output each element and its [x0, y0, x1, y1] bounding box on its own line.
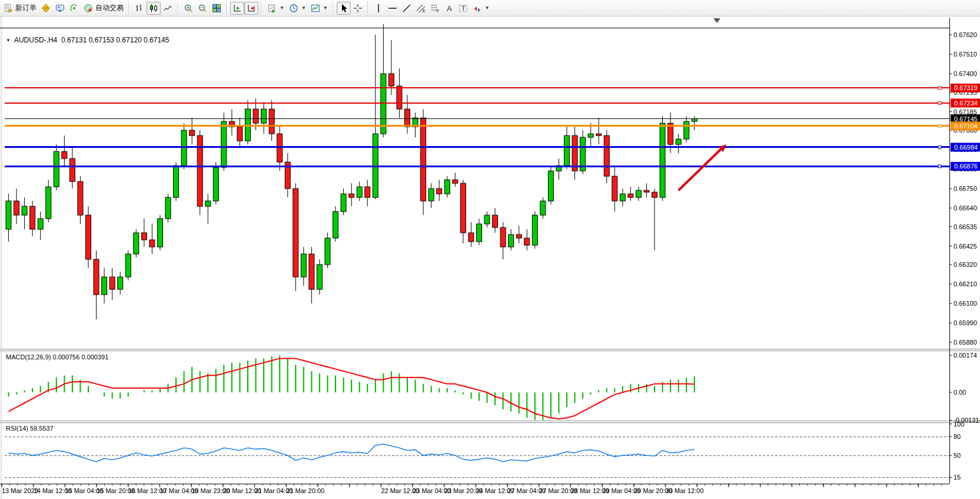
chart-ohlc-text: AUDUSD-,H4 0.67131 0.67153 0.67120 0.671… — [14, 36, 170, 44]
arrows-icon — [473, 4, 482, 13]
chart-shift-button[interactable] — [244, 2, 258, 15]
candle-body — [692, 119, 697, 122]
resistance-line-1-handle[interactable] — [938, 87, 941, 90]
candlestick-button[interactable] — [147, 2, 161, 15]
equidistant-channel-button[interactable]: E — [414, 2, 428, 15]
zoom-out-button[interactable] — [195, 2, 210, 15]
macd-indicator-label: MACD(12,26,9) 0.000756 0.000391 — [6, 353, 108, 361]
pivot-line-handle[interactable] — [938, 124, 941, 127]
price-tick-label: 0.66320 — [954, 261, 977, 268]
candle-body — [628, 194, 633, 197]
candle-body — [500, 227, 506, 247]
resistance-line-2-handle[interactable] — [938, 101, 941, 104]
fibonacci-button[interactable]: F — [428, 2, 442, 15]
profile-button[interactable] — [53, 2, 67, 15]
templates-button[interactable]: ▼ — [308, 2, 330, 15]
candle-body — [157, 219, 162, 247]
window-menu-icon[interactable]: ▼ — [6, 38, 11, 43]
candle-body — [676, 139, 681, 144]
svg-text:E: E — [423, 9, 426, 13]
support-line-2-handle[interactable] — [938, 165, 941, 168]
candle-body — [652, 192, 657, 197]
support-line-1-handle[interactable] — [938, 146, 941, 148]
periods-button[interactable]: ▼ — [287, 2, 308, 15]
candle-body — [78, 181, 83, 215]
candle-body — [150, 240, 155, 247]
candle-body — [620, 194, 625, 201]
candle-body — [405, 109, 410, 127]
horizontal-line-button[interactable] — [386, 2, 400, 15]
zoom-in-button[interactable] — [181, 2, 195, 15]
candle-body — [660, 123, 665, 197]
bid-price-line-badge-label: 0.67145 — [954, 115, 978, 123]
candle-body — [221, 121, 227, 167]
candle-body — [548, 171, 553, 201]
price-tick-label: 0.67400 — [954, 70, 977, 77]
candle-body — [516, 234, 521, 238]
candle-body — [509, 234, 514, 247]
support-line-2-badge-label: 0.66876 — [954, 163, 978, 170]
dropdown-caret-icon[interactable]: ▼ — [280, 5, 284, 11]
chart-background — [0, 16, 980, 499]
chart-window[interactable]: 0.676200.675100.674000.672950.671850.670… — [0, 16, 980, 499]
dropdown-caret-icon[interactable]: ▼ — [323, 5, 328, 11]
gold-chart-icon — [41, 4, 51, 13]
tile-windows-button[interactable] — [210, 2, 224, 15]
dropdown-caret-icon[interactable]: ▼ — [485, 5, 490, 11]
candle-body — [62, 151, 67, 158]
rsi-tick-label: 15 — [954, 474, 961, 481]
candle-body — [428, 189, 434, 201]
toolbar-separator — [260, 2, 264, 15]
pivot-line-badge-label: 0.67104 — [954, 123, 978, 130]
candle-body — [213, 167, 218, 201]
text-label-button[interactable]: T — [456, 2, 470, 15]
candle-body — [317, 265, 322, 289]
clock-icon — [289, 4, 298, 13]
bar-chart-button[interactable] — [132, 2, 147, 15]
candle-body — [69, 158, 75, 181]
line-chart-button[interactable] — [161, 2, 175, 15]
candle-body — [636, 190, 641, 197]
time-label: 13 Mar 2023 — [2, 487, 38, 494]
candle-body — [253, 109, 258, 123]
chart-window-button[interactable] — [39, 2, 53, 15]
price-tick-label: 0.66750 — [954, 185, 977, 192]
candle-body — [165, 197, 171, 219]
template-icon — [311, 4, 320, 13]
candle-body — [540, 201, 546, 215]
toolbar-separator — [331, 2, 335, 15]
text-button[interactable]: A — [442, 2, 456, 15]
rsi-indicator-label: RSI(14) 59.5537 — [6, 425, 54, 432]
trendline-button[interactable] — [400, 2, 414, 15]
candle-body — [293, 189, 298, 277]
candle-body — [118, 277, 123, 289]
candle-body — [493, 215, 498, 227]
autotrading-button-label: 自动交易 — [95, 3, 124, 13]
candle-body — [357, 187, 362, 197]
candle-body — [365, 187, 370, 197]
toolbar-separator — [225, 2, 229, 15]
candle-body — [469, 233, 474, 242]
price-tick-label: 0.67185 — [954, 108, 977, 115]
time-label: 30 Mar 12:00 — [666, 487, 704, 494]
hline-icon — [388, 4, 397, 13]
new-order-icon — [4, 4, 13, 13]
dropdown-caret-icon[interactable]: ▼ — [301, 5, 306, 11]
vertical-line-button[interactable] — [371, 2, 386, 15]
chart-shift-icon — [247, 4, 256, 13]
auto-scroll-button[interactable] — [230, 2, 244, 15]
cursor-button[interactable] — [337, 2, 351, 15]
new-order-button[interactable]: 新订单 — [1, 2, 39, 15]
price-tick-label: 0.66535 — [954, 223, 977, 230]
price-tick-label: 0.65880 — [954, 339, 977, 346]
signals-icon — [69, 4, 79, 13]
arrows-button[interactable]: ▼ — [470, 2, 492, 15]
candle-body — [453, 180, 458, 183]
autotrading-button[interactable]: 自动交易 — [81, 2, 126, 15]
signals-button[interactable] — [67, 2, 81, 15]
candle-body — [564, 136, 570, 166]
candle-body — [612, 176, 617, 201]
new-chart-button[interactable]: ▼ — [265, 2, 287, 15]
crosshair-button[interactable] — [351, 2, 365, 15]
price-chart-canvas[interactable]: 0.676200.675100.674000.672950.671850.670… — [0, 16, 980, 499]
